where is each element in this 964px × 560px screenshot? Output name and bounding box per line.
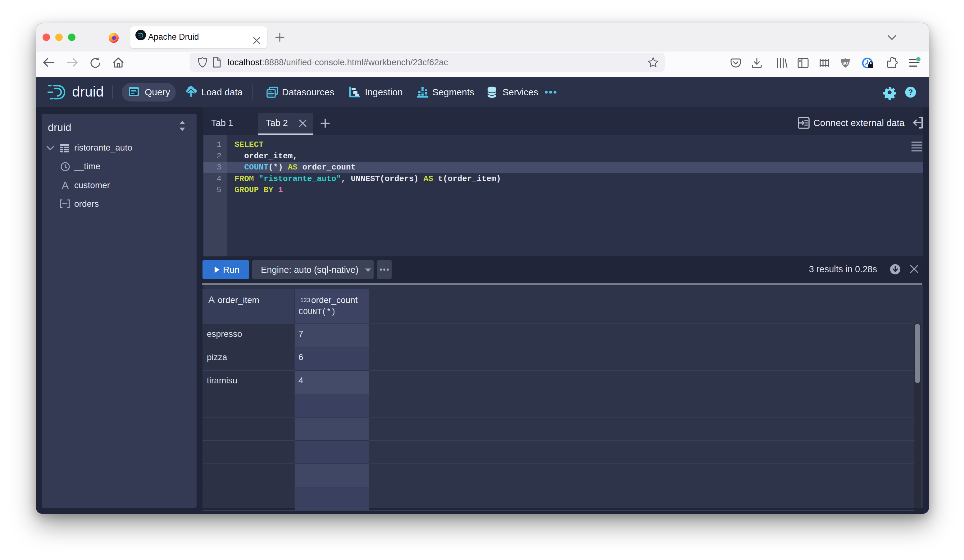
svg-text:?: ? [908, 88, 913, 97]
svg-text:A: A [62, 179, 68, 191]
svg-text:uO: uO [843, 61, 848, 65]
